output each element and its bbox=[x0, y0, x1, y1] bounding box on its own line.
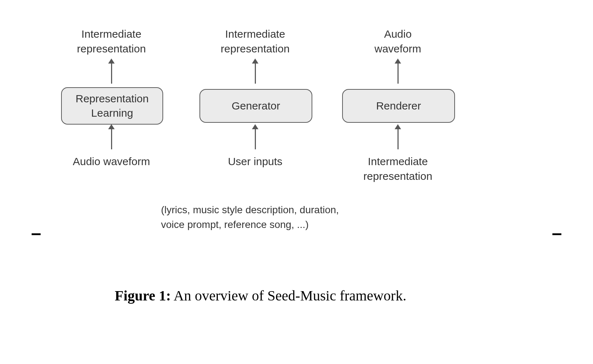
block-representation-learning: Representation Learning bbox=[61, 87, 163, 125]
arrow-col2-bottom bbox=[255, 129, 256, 149]
col3-bottom-label: Intermediate representation bbox=[342, 154, 454, 183]
col1-top-label: Intermediate representation bbox=[61, 27, 162, 56]
col1-bottom-label: Audio waveform bbox=[61, 154, 162, 169]
arrow-col1-top bbox=[111, 63, 112, 84]
figure-caption-text: An overview of Seed-Music framework. bbox=[171, 288, 406, 304]
arrow-col1-bottom bbox=[111, 129, 112, 149]
figure-caption-label: Figure 1: bbox=[115, 288, 171, 304]
block-renderer: Renderer bbox=[342, 89, 455, 123]
col2-box-label: Generator bbox=[231, 99, 280, 113]
col3-box-label: Renderer bbox=[376, 99, 421, 113]
col3-top-label: Audio waveform bbox=[342, 27, 454, 56]
col2-bottom-label: User inputs bbox=[199, 154, 311, 169]
user-inputs-note: (lyrics, music style description, durati… bbox=[161, 203, 377, 232]
left-dash-icon bbox=[32, 233, 41, 235]
arrow-col2-top bbox=[255, 63, 256, 84]
col2-top-label: Intermediate representation bbox=[199, 27, 311, 56]
block-generator: Generator bbox=[199, 89, 312, 123]
figure-caption: Figure 1: An overview of Seed-Music fram… bbox=[0, 287, 521, 304]
col1-box-label: Representation Learning bbox=[75, 92, 148, 121]
arrow-col3-top bbox=[397, 63, 399, 84]
diagram-container: Intermediate representation Representati… bbox=[0, 0, 593, 364]
arrow-col3-bottom bbox=[397, 129, 399, 149]
right-dash-icon bbox=[552, 233, 561, 235]
